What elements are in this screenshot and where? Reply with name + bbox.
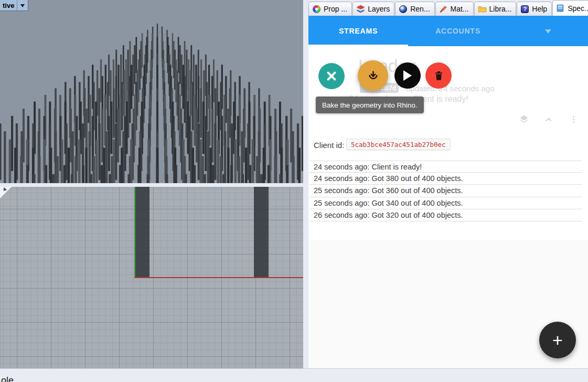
viewport-perspective: tive xyxy=(0,0,303,183)
tab-label: Libra... xyxy=(489,5,512,13)
chevron-down-icon xyxy=(545,29,551,37)
chevron-up-icon xyxy=(543,115,554,125)
play-button[interactable] xyxy=(394,62,421,89)
tab-help[interactable]: Help xyxy=(517,2,552,16)
speckle-icon xyxy=(556,4,565,13)
tab-label: Layers xyxy=(368,5,390,13)
y-axis-line xyxy=(134,187,135,278)
client-id-label: Client id: xyxy=(314,141,344,150)
chevron-down-icon xyxy=(20,4,25,9)
libraries-icon xyxy=(478,5,487,14)
tab-label: Spec... xyxy=(568,4,588,13)
layers-stack-icon xyxy=(518,113,530,125)
streams-tab-label: STREAMS xyxy=(339,27,378,35)
rendering-icon xyxy=(399,5,408,14)
close-stream-button[interactable] xyxy=(318,63,345,89)
tab-label: Mat... xyxy=(451,5,469,13)
bake-download-icon xyxy=(366,69,380,83)
nav-tab-accounts[interactable]: ACCOUNTS xyxy=(408,16,508,46)
kebab-menu-icon xyxy=(569,114,579,124)
speckle-panel: London 7cB7d updated: 24 seconds ago 24 … xyxy=(308,46,588,369)
trash-icon xyxy=(432,69,445,82)
speckle-nav-bar: STREAMS ACCOUNTS xyxy=(308,16,588,46)
viewport-divider[interactable] xyxy=(0,183,303,187)
layers-toggle-button[interactable] xyxy=(518,113,530,127)
log-row: 26 seconds ago: Got 320 out of 400 objec… xyxy=(309,209,582,221)
client-id-value: 5cab3bce457ac451ab27b0ec xyxy=(351,141,446,148)
geometry-column xyxy=(135,187,149,278)
log-row: 25 seconds ago: Got 340 out of 400 objec… xyxy=(309,197,582,209)
layers-icon xyxy=(356,5,365,14)
log-row: 24 seconds ago: Got 380 out of 400 objec… xyxy=(309,173,582,185)
viewport-title-chip[interactable]: tive xyxy=(0,0,28,11)
properties-icon xyxy=(312,5,321,14)
tab-label: Ren... xyxy=(410,5,430,13)
help-icon xyxy=(520,5,529,14)
tab-speckle[interactable]: Spec... xyxy=(552,0,588,16)
viewport-title: tive xyxy=(0,0,17,10)
client-id-chip[interactable]: 5cab3bce457ac451ab27b0ec xyxy=(346,139,451,150)
accounts-tab-label: ACCOUNTS xyxy=(435,27,480,35)
close-icon xyxy=(326,70,337,82)
nav-tab-streams[interactable]: STREAMS xyxy=(308,16,408,46)
bake-tooltip: Bake the geometry into Rhino. xyxy=(316,97,424,113)
tab-label: Prop ... xyxy=(324,5,347,13)
tab-materials[interactable]: Mat... xyxy=(435,2,474,16)
delete-button[interactable] xyxy=(425,62,452,89)
materials-icon xyxy=(439,5,448,14)
tab-libraries[interactable]: Libra... xyxy=(474,2,517,16)
bake-button[interactable] xyxy=(358,60,388,91)
add-stream-button[interactable]: + xyxy=(539,322,576,358)
log-list: 24 seconds ago: Client is ready! 24 seco… xyxy=(309,161,582,221)
nav-overflow-dropdown[interactable] xyxy=(508,16,588,46)
x-axis-line xyxy=(134,277,303,278)
tab-rendering[interactable]: Ren... xyxy=(395,2,434,16)
collapse-button[interactable] xyxy=(543,115,554,128)
rhino-window: tive y Prop ... Lay xyxy=(0,0,588,382)
tab-properties[interactable]: Prop ... xyxy=(308,2,352,16)
log-row: 25 seconds ago: Got 360 out of 400 objec… xyxy=(309,185,582,197)
viewport-title-dropdown[interactable] xyxy=(17,0,28,10)
geometry-column xyxy=(254,187,269,278)
log-row: 24 seconds ago: Client is ready! xyxy=(309,161,582,173)
dock-tabstrip: Prop ... Layers Ren... Mat xyxy=(308,0,588,16)
stream-updated-text: updated: 24 seconds ago xyxy=(406,84,494,93)
tab-label: Help xyxy=(532,5,547,13)
pin-field-geometry xyxy=(0,0,303,183)
status-bar: ole xyxy=(0,368,588,382)
panel-splitter[interactable] xyxy=(303,0,308,369)
plus-icon: + xyxy=(552,330,563,351)
more-options-button[interactable] xyxy=(569,114,579,126)
status-text-fragment: ole xyxy=(1,375,14,382)
tab-layers[interactable]: Layers xyxy=(352,2,394,16)
viewport-top-grid: y xyxy=(0,187,303,368)
play-icon xyxy=(403,70,417,81)
